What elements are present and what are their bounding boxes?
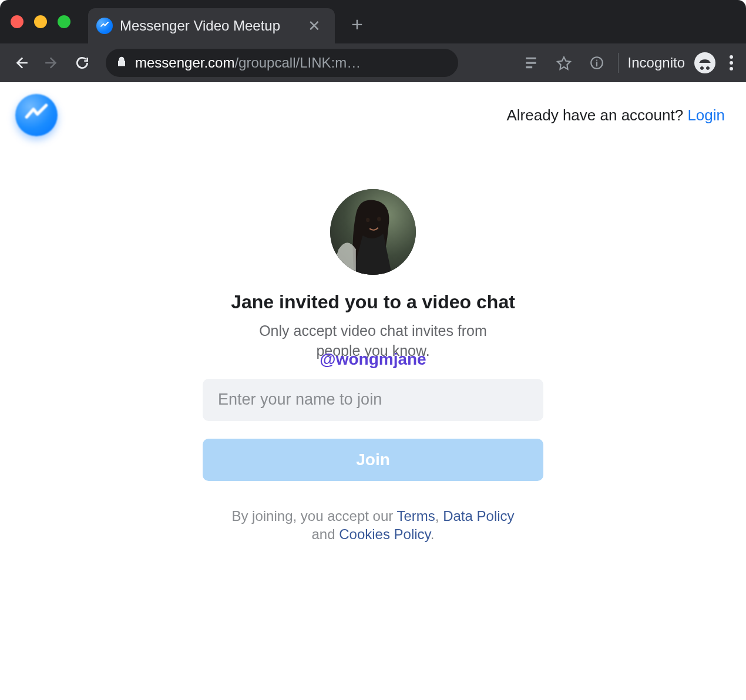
browser-toolbar: messenger.com/groupcall/LINK:m… Incognit… [0, 43, 746, 82]
legal-prefix: By joining, you accept our [231, 508, 396, 524]
window-controls [11, 15, 70, 28]
tab-favicon-icon [96, 18, 113, 34]
host-avatar [330, 189, 416, 275]
svg-point-4 [377, 217, 381, 221]
messenger-logo-icon[interactable] [15, 94, 58, 136]
terms-link[interactable]: Terms [396, 508, 435, 524]
invite-card: Jane invited you to a video chat Only ac… [203, 189, 543, 543]
address-bar[interactable]: messenger.com/groupcall/LINK:m… [106, 49, 458, 77]
incognito-label: Incognito [628, 55, 685, 71]
titlebar: Messenger Video Meetup ✕ + [0, 0, 746, 43]
minimize-window-button[interactable] [34, 15, 47, 28]
already-have-text: Already have an account? [507, 106, 688, 124]
browser-tab[interactable]: Messenger Video Meetup ✕ [88, 8, 335, 43]
data-policy-link[interactable]: Data Policy [443, 508, 514, 524]
reload-button[interactable] [69, 50, 95, 76]
bookmark-star-icon[interactable] [552, 51, 576, 75]
login-link[interactable]: Login [687, 106, 725, 124]
browser-menu-button[interactable] [725, 51, 738, 75]
incognito-icon[interactable] [694, 52, 715, 73]
name-input[interactable] [203, 379, 543, 421]
toolbar-right: Incognito [519, 51, 738, 75]
tab-title: Messenger Video Meetup [120, 18, 298, 34]
toolbar-divider [618, 53, 619, 73]
svg-point-3 [366, 218, 369, 223]
legal-text: By joining, you accept our Terms, Data P… [203, 507, 543, 543]
reader-mode-icon[interactable] [519, 51, 543, 75]
invite-subtext: Only accept video chat invites from peop… [238, 321, 508, 361]
tab-close-button[interactable]: ✕ [305, 15, 323, 38]
url-host: messenger.com [135, 55, 234, 70]
close-window-button[interactable] [11, 15, 23, 28]
legal-sep1: , [435, 508, 443, 524]
legal-sep2: and [311, 526, 339, 542]
page-header: Already have an account? Login [0, 82, 746, 136]
header-account-text: Already have an account? Login [507, 106, 725, 124]
site-info-icon[interactable] [585, 51, 609, 75]
cookies-policy-link[interactable]: Cookies Policy [339, 526, 431, 542]
fullscreen-window-button[interactable] [58, 15, 70, 28]
page-content: Already have an account? Login [0, 82, 746, 700]
lock-icon [116, 56, 127, 70]
legal-suffix: . [431, 526, 435, 542]
new-tab-button[interactable]: + [351, 13, 363, 36]
invite-heading: Jane invited you to a video chat [203, 291, 543, 313]
url-path: /groupcall/LINK:m… [234, 55, 361, 70]
forward-button[interactable] [39, 50, 65, 76]
url-text: messenger.com/groupcall/LINK:m… [135, 55, 361, 71]
browser-chrome: Messenger Video Meetup ✕ + messenger.com… [0, 0, 746, 82]
join-button[interactable]: Join [203, 439, 543, 481]
back-button[interactable] [8, 50, 34, 76]
